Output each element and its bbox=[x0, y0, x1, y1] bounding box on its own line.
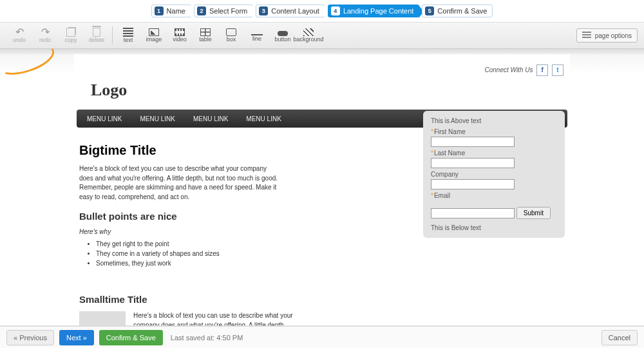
text-tool[interactable]: text bbox=[115, 23, 141, 48]
box-icon bbox=[226, 28, 236, 36]
page-options-button[interactable]: page options bbox=[576, 28, 638, 43]
image-icon bbox=[149, 28, 159, 36]
submit-button[interactable]: Submit bbox=[516, 207, 551, 219]
last-saved-label: Last saved at: 4:50 PM bbox=[171, 334, 243, 342]
facebook-icon[interactable]: f bbox=[536, 64, 548, 76]
first-name-label: *First Name bbox=[431, 128, 557, 135]
undo-button[interactable]: ↶undo bbox=[6, 23, 32, 48]
nav-link[interactable]: MENU LINK bbox=[193, 115, 228, 122]
step-name[interactable]: 1Name bbox=[151, 5, 191, 17]
nav-link[interactable]: MENU LINK bbox=[246, 115, 281, 122]
video-icon bbox=[175, 28, 185, 36]
email-field[interactable] bbox=[431, 208, 515, 218]
company-field[interactable] bbox=[431, 179, 515, 189]
button-tool[interactable]: button bbox=[270, 23, 296, 48]
bullet-list: They get right to the point They come in… bbox=[96, 239, 417, 268]
box-tool[interactable]: box bbox=[218, 23, 244, 48]
editor-canvas: Connect With Us f t Logo MENU LINK MENU … bbox=[0, 49, 644, 326]
list-item: They get right to the point bbox=[96, 239, 417, 249]
email-label: *Email bbox=[431, 192, 557, 199]
twitter-icon[interactable]: t bbox=[552, 64, 564, 76]
line-tool[interactable]: line bbox=[244, 23, 270, 48]
undo-icon: ↶ bbox=[15, 28, 24, 37]
copy-icon bbox=[66, 28, 75, 37]
logo-text: Logo bbox=[91, 81, 127, 100]
headline: Bigtime Title bbox=[79, 143, 417, 158]
delete-button[interactable]: delete bbox=[84, 23, 109, 48]
table-icon bbox=[200, 28, 211, 36]
cancel-button[interactable]: Cancel bbox=[601, 330, 638, 345]
first-name-field[interactable] bbox=[431, 137, 515, 147]
redo-icon: ↷ bbox=[41, 28, 50, 37]
subhead-bullets: Bullet points are nice bbox=[79, 211, 417, 222]
step-landing-page-content[interactable]: 4Landing Page Content bbox=[328, 5, 419, 17]
video-tool[interactable]: video bbox=[167, 23, 193, 48]
text-icon bbox=[123, 28, 133, 37]
last-name-label: *Last Name bbox=[431, 150, 557, 157]
step-confirm-save[interactable]: 5Confirm & Save bbox=[422, 5, 493, 17]
small-paragraph: Here's a block of text you can use to de… bbox=[133, 311, 294, 325]
image-tool[interactable]: image bbox=[141, 23, 167, 48]
list-item: Sometimes, they just work bbox=[96, 258, 417, 268]
toolbar-separator bbox=[112, 26, 113, 44]
form-above-text: This is Above text bbox=[431, 117, 557, 124]
connect-with-us: Connect With Us f t bbox=[74, 61, 570, 77]
content-column[interactable]: Bigtime Title Here's a block of text you… bbox=[79, 138, 417, 325]
signup-form[interactable]: This is Above text *First Name *Last Nam… bbox=[423, 111, 565, 238]
why-label: Here's why bbox=[79, 228, 417, 235]
placeholder-image[interactable]: 100x100 bbox=[79, 311, 126, 325]
footer-bar: « Previous Next » Confirm & Save Last sa… bbox=[0, 326, 644, 348]
smalltime-title: Smalltime Title bbox=[79, 294, 417, 305]
button-icon bbox=[278, 31, 288, 36]
company-label: Company bbox=[431, 171, 557, 178]
confirm-save-button[interactable]: Confirm & Save bbox=[99, 330, 163, 345]
wizard-steps: 1Name 2Select Form 3Content Layout 4Land… bbox=[0, 3, 644, 19]
sliders-icon bbox=[582, 32, 591, 39]
previous-button[interactable]: « Previous bbox=[6, 330, 54, 345]
nav-link[interactable]: MENU LINK bbox=[140, 115, 175, 122]
lead-paragraph: Here's a block of text you can use to de… bbox=[79, 164, 279, 202]
list-item: They come in a variety of shapes and siz… bbox=[96, 249, 417, 258]
step-select-form[interactable]: 2Select Form bbox=[194, 5, 253, 17]
nav-link[interactable]: MENU LINK bbox=[87, 115, 122, 122]
background-tool[interactable]: background bbox=[296, 23, 321, 48]
trash-icon bbox=[93, 28, 100, 37]
editor-toolbar: ↶undo ↷redo copy delete text image video… bbox=[0, 22, 644, 49]
background-icon bbox=[303, 28, 314, 36]
form-below-text: This is Below text bbox=[431, 224, 557, 231]
logo-block[interactable]: Logo bbox=[91, 77, 570, 103]
redo-button[interactable]: ↷redo bbox=[32, 23, 58, 48]
step-content-layout[interactable]: 3Content Layout bbox=[256, 5, 325, 17]
landing-page-preview[interactable]: Connect With Us f t Logo MENU LINK MENU … bbox=[74, 54, 570, 325]
canvas-scroll[interactable]: Connect With Us f t Logo MENU LINK MENU … bbox=[0, 49, 644, 325]
last-name-field[interactable] bbox=[431, 158, 515, 168]
table-tool[interactable]: table bbox=[193, 23, 218, 48]
copy-button[interactable]: copy bbox=[58, 23, 84, 48]
next-button[interactable]: Next » bbox=[59, 330, 94, 345]
